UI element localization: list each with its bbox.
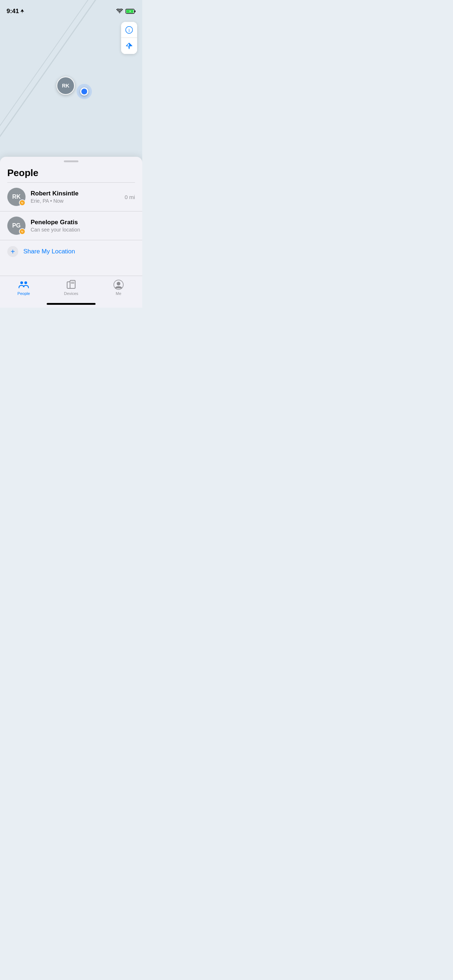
svg-rect-15	[135, 11, 136, 13]
person-location-badge-rk: ↻	[19, 199, 26, 206]
person-distance-rk: 0 mi	[125, 194, 135, 200]
location-badge-icon: ↻	[21, 201, 24, 205]
share-location-label: Share My Location	[23, 248, 75, 255]
person-info-pg: Penelope Gratis Can see your location	[30, 219, 135, 232]
person-item-rk[interactable]: RK ↻ Robert Kinsintle Erie, PA • Now 0 m…	[0, 183, 142, 211]
tab-people[interactable]: People	[9, 280, 38, 296]
people-tab-icon	[19, 280, 29, 290]
location-badge-icon-2: ↻	[21, 230, 24, 233]
status-icons	[116, 9, 136, 14]
svg-point-7	[24, 282, 27, 284]
tab-people-label: People	[18, 291, 30, 296]
map-info-button[interactable]: i	[121, 22, 137, 38]
svg-text:↻: ↻	[21, 202, 23, 204]
svg-rect-9	[70, 280, 75, 288]
info-icon: i	[125, 26, 133, 34]
wifi-icon	[116, 9, 123, 14]
person-subtitle-rk: Erie, PA • Now	[30, 198, 120, 204]
map-location-button[interactable]	[121, 38, 137, 54]
tab-devices[interactable]: Devices	[57, 280, 86, 296]
location-status-icon	[21, 9, 24, 13]
devices-icon	[66, 280, 76, 290]
location-arrow-icon	[125, 42, 133, 50]
svg-text:i: i	[128, 27, 130, 32]
devices-tab-icon	[66, 280, 76, 290]
person-avatar-pg: PG ↻	[7, 216, 26, 235]
status-time: 9:41	[6, 8, 24, 15]
person-info-rk: Robert Kinsintle Erie, PA • Now	[30, 190, 120, 204]
svg-point-13	[117, 282, 120, 285]
tab-me[interactable]: Me	[104, 280, 133, 296]
person-name-rk: Robert Kinsintle	[30, 190, 120, 197]
svg-text:↻: ↻	[21, 231, 23, 233]
me-icon	[113, 280, 124, 290]
map-rk-avatar[interactable]: RK	[57, 76, 75, 95]
home-indicator	[47, 303, 96, 305]
person-location-badge-pg: ↻	[19, 228, 26, 235]
tab-me-label: Me	[116, 291, 121, 296]
tab-devices-label: Devices	[64, 291, 78, 296]
svg-point-6	[21, 282, 23, 284]
share-plus-icon: +	[7, 246, 18, 257]
share-location-row[interactable]: + Share My Location	[0, 240, 142, 263]
battery-icon	[126, 9, 136, 14]
status-bar: 9:41	[0, 0, 142, 18]
person-subtitle-pg: Can see your location	[30, 227, 135, 232]
person-name-pg: Penelope Gratis	[30, 219, 135, 226]
person-item-pg[interactable]: PG ↻ Penelope Gratis Can see your locati…	[0, 211, 142, 240]
map-controls: i	[121, 22, 137, 54]
me-tab-icon	[113, 280, 124, 290]
people-icon	[19, 280, 29, 290]
user-location-dot	[80, 88, 88, 95]
sheet-title: People	[0, 162, 142, 182]
person-avatar-rk: RK ↻	[7, 188, 26, 206]
